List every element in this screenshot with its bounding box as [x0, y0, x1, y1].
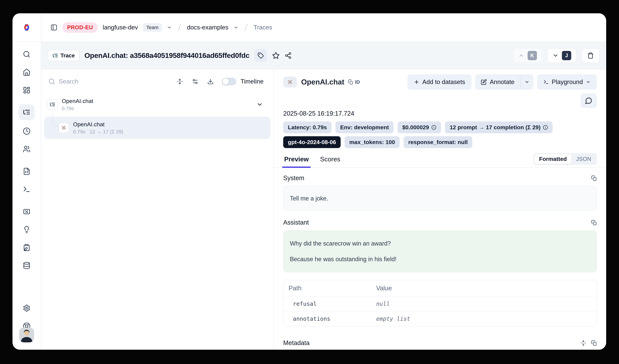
breadcrumb-separator — [178, 24, 181, 31]
trace-type-badge: Trace — [48, 50, 79, 61]
format-json-option[interactable]: JSON — [571, 154, 596, 164]
org-plan-badge: Team — [143, 23, 162, 32]
nav-insights[interactable] — [19, 226, 35, 234]
response-format-badge: response_format: null — [404, 136, 472, 148]
nav-search[interactable] — [19, 50, 35, 58]
observation-header: OpenAI.chat ID Add to datasets — [283, 74, 597, 90]
openai-node-icon — [58, 122, 69, 133]
tree-connector-line — [52, 113, 58, 127]
delete-trace-button[interactable] — [581, 48, 600, 63]
row-path: annotations — [283, 311, 371, 326]
project-name[interactable]: docs-examples — [187, 24, 228, 31]
annotate-split-button: Annotate — [475, 74, 534, 90]
next-trace-button[interactable]: J — [547, 48, 577, 63]
assistant-line-2: Because he was outstanding in his field! — [290, 256, 590, 263]
nav-traces[interactable] — [19, 104, 35, 120]
sidebar-toggle-icon[interactable] — [50, 24, 57, 31]
copy-assistant-icon[interactable] — [591, 220, 597, 225]
copy-id-chip[interactable]: ID — [348, 79, 360, 85]
env-badge: Env: development — [336, 121, 394, 133]
model-badges-row: gpt-4o-2024-08-06 max_tokens: 100 respon… — [283, 136, 597, 148]
tree-root-trace[interactable]: OpenAI.chat 0.79s — [41, 94, 274, 115]
metric-badges-row: Latency: 0.79s Env: development $0.00002… — [283, 121, 597, 133]
assistant-section-label: Assistant — [283, 219, 309, 226]
assistant-message-box: Why did the scarecrow win an award? Beca… — [283, 230, 597, 272]
tree-controls: Timeline — [41, 74, 274, 89]
prev-trace-button[interactable]: K — [513, 48, 542, 63]
org-name[interactable]: langfuse-dev — [103, 24, 138, 31]
bookmark-star-icon[interactable] — [272, 52, 280, 59]
table-row: refusal null — [283, 296, 596, 311]
nav-dashboards[interactable] — [19, 86, 35, 94]
cost-badge[interactable]: $0.000029 — [398, 121, 441, 133]
trace-header: Trace OpenAI.chat: a3568a4051958f944016a… — [41, 42, 606, 69]
trace-title: OpenAI.chat: a3568a4051958f944016ad65ffe… — [84, 51, 249, 60]
kbd-j: J — [562, 51, 571, 60]
trace-tree-panel: Timeline OpenAI.chat 0.79s — [41, 69, 274, 350]
tree-settings-icon[interactable] — [192, 78, 198, 85]
id-chip-label: ID — [355, 79, 360, 85]
download-icon[interactable] — [207, 78, 214, 85]
nav-users[interactable] — [19, 145, 35, 153]
annotate-dropdown-chevron-icon[interactable] — [521, 74, 534, 90]
tree-collapse-chevron-icon[interactable] — [256, 101, 263, 108]
expand-metadata-icon[interactable] — [580, 340, 586, 346]
timeline-toggle[interactable] — [222, 78, 236, 85]
comments-button[interactable] — [580, 93, 597, 108]
nav-annotations[interactable] — [19, 243, 35, 252]
kbd-k: K — [528, 51, 537, 60]
format-formatted-option[interactable]: Formatted — [535, 154, 571, 164]
system-message-box: Tell me a joke. — [283, 186, 597, 211]
tree-child-name: OpenAI.chat — [73, 121, 123, 128]
max-tokens-badge: max_tokens: 100 — [345, 136, 400, 148]
table-row: annotations empty list — [283, 311, 596, 326]
col-path: Path — [283, 280, 371, 296]
tab-scores[interactable]: Scores — [319, 156, 341, 168]
annotate-button[interactable]: Annotate — [475, 74, 520, 90]
row-value: null — [371, 297, 596, 311]
copy-system-icon[interactable] — [591, 175, 597, 181]
langfuse-logo-icon[interactable] — [22, 24, 31, 31]
breadcrumb-section[interactable]: Traces — [253, 24, 272, 31]
nav-home[interactable] — [19, 68, 35, 76]
sidebar-rail — [13, 42, 41, 350]
assistant-section-header: Assistant — [283, 219, 597, 226]
org-switcher-chevron-icon[interactable] — [167, 25, 172, 30]
nav-evaluation[interactable] — [19, 208, 35, 216]
tag-icon[interactable] — [254, 49, 267, 62]
latency-badge: Latency: 0.79s — [283, 121, 331, 133]
share-icon[interactable] — [285, 52, 292, 59]
row-path: refusal — [283, 297, 371, 311]
project-switcher-chevron-icon[interactable] — [233, 25, 239, 30]
nav-sessions[interactable] — [19, 127, 35, 135]
collapse-all-icon[interactable] — [177, 78, 183, 85]
add-to-datasets-button[interactable]: Add to datasets — [408, 74, 471, 90]
nav-playground[interactable] — [19, 185, 35, 193]
tree-generation-item[interactable]: OpenAI.chat 0.79s 12 → 17 (Σ 29) — [44, 117, 270, 139]
search-input[interactable] — [59, 78, 119, 85]
tree-child-tokens: 12 → 17 (Σ 29) — [90, 129, 123, 135]
cost-badge-label: $0.000029 — [402, 124, 429, 131]
main-area: Trace OpenAI.chat: a3568a4051958f944016a… — [41, 42, 606, 350]
tree-root-name: OpenAI.chat — [62, 98, 93, 104]
tab-preview[interactable]: Preview — [283, 156, 310, 168]
nav-settings[interactable] — [19, 304, 35, 312]
tree-child-duration: 0.79s — [73, 129, 85, 135]
add-to-datasets-label: Add to datasets — [422, 79, 465, 85]
nav-datasets[interactable] — [19, 261, 35, 270]
output-detail-table: Path Value refusal null annotations empt… — [283, 280, 597, 326]
trace-type-label: Trace — [60, 53, 75, 59]
info-icon — [543, 125, 548, 130]
info-icon — [431, 125, 436, 130]
col-value: Value — [371, 280, 596, 296]
trace-timestamp: 2025-08-25 16:19:17.724 — [283, 110, 597, 117]
nav-prompts[interactable] — [19, 167, 35, 175]
model-badge[interactable]: gpt-4o-2024-08-06 — [283, 136, 341, 148]
breadcrumb-separator — [244, 24, 248, 31]
copy-metadata-icon[interactable] — [591, 340, 597, 346]
playground-button[interactable]: Playground — [537, 74, 597, 90]
user-avatar[interactable] — [19, 327, 34, 342]
playground-label: Playground — [552, 79, 583, 85]
tokens-badge[interactable]: 12 prompt → 17 completion (Σ 29) — [445, 121, 553, 133]
metadata-section-label: Metadata — [283, 339, 310, 347]
